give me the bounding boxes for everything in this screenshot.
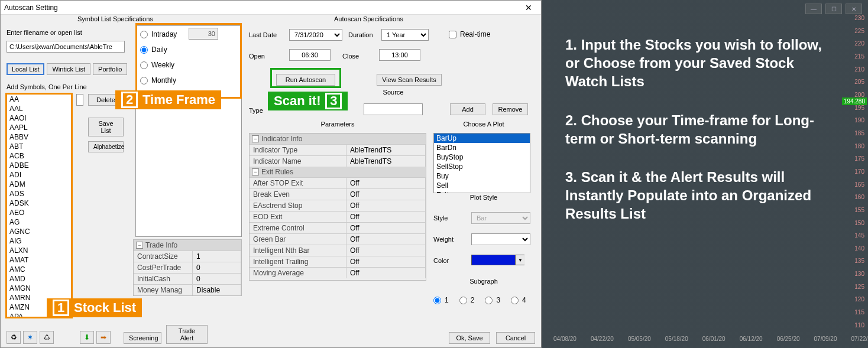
instruction-step-1: 1. Input the Stocks you wish to follow, … bbox=[565, 35, 833, 91]
color-picker[interactable] bbox=[471, 255, 524, 265]
ok-save-button[interactable]: Ok, Save bbox=[449, 332, 490, 344]
property-row[interactable]: Green BarOff bbox=[250, 233, 426, 245]
property-row[interactable]: Break EvenOff bbox=[250, 188, 426, 200]
list-item[interactable]: ADM bbox=[7, 180, 71, 189]
list-item[interactable]: ALXN bbox=[7, 246, 71, 255]
view-results-button[interactable]: View Scan Results bbox=[377, 74, 442, 86]
parameters-grid[interactable]: −Indicator Info Indicator TypeAbleTrendT… bbox=[249, 133, 426, 281]
property-row[interactable]: EAsctrend StopOff bbox=[250, 200, 426, 211]
weekly-radio[interactable]: Weekly bbox=[140, 61, 177, 69]
last-date-select[interactable]: 7/31/2020 bbox=[289, 29, 342, 41]
symbol-listbox[interactable]: AAAALAAOIAAPLABBVABTACBADBEADIADMADSADSK… bbox=[7, 94, 72, 317]
trade-alert-button[interactable]: Trade Alert bbox=[166, 325, 208, 344]
list-item[interactable]: BarDn bbox=[434, 143, 530, 152]
property-row[interactable]: After STOP ExitOff bbox=[250, 177, 426, 188]
portfolio-button[interactable]: Portfolio bbox=[93, 63, 127, 75]
list-item[interactable]: AMD bbox=[7, 274, 71, 284]
subgraph-radio[interactable]: 3 bbox=[485, 296, 500, 304]
wintick-list-button[interactable]: Wintick List bbox=[47, 63, 90, 75]
recycle-icon[interactable]: ♺ bbox=[40, 331, 54, 344]
run-autoscan-button[interactable]: Run Autoscan bbox=[276, 74, 335, 86]
color-label: Color bbox=[433, 257, 449, 264]
list-item[interactable]: ACB bbox=[7, 151, 71, 161]
list-item[interactable]: BarUp bbox=[434, 134, 530, 143]
list-item[interactable]: AAPL bbox=[7, 123, 71, 132]
list-item[interactable]: ADS bbox=[7, 189, 71, 199]
list-item[interactable]: ABT bbox=[7, 142, 71, 151]
save-list-button[interactable]: Save List bbox=[88, 118, 124, 136]
chart-background-panel: — ☐ ✕ 194.280 23022522021521020520019519… bbox=[542, 0, 868, 348]
list-item[interactable]: ABBV bbox=[7, 132, 71, 142]
collapse-icon[interactable]: − bbox=[136, 242, 143, 249]
list-item[interactable]: AAL bbox=[7, 104, 71, 113]
list-item[interactable]: AG bbox=[7, 217, 71, 227]
source-remove-button[interactable]: Remove bbox=[493, 103, 528, 115]
list-item[interactable]: AGNC bbox=[7, 227, 71, 236]
weight-label: Weight bbox=[433, 236, 454, 243]
cancel-button[interactable]: Cancel bbox=[496, 332, 535, 344]
property-row[interactable]: Moving AverageOff bbox=[250, 267, 426, 278]
property-row[interactable]: Money ManagDisable bbox=[134, 284, 241, 295]
property-row[interactable]: Intelligent TrailingOff bbox=[250, 256, 426, 267]
list-item[interactable]: BuyStop bbox=[434, 152, 530, 162]
list-item[interactable]: AEO bbox=[7, 208, 71, 217]
daily-radio[interactable]: Daily bbox=[140, 45, 177, 54]
open-input[interactable] bbox=[289, 49, 331, 61]
duration-select[interactable]: 1 Year bbox=[381, 29, 429, 41]
symbol-input[interactable] bbox=[76, 94, 83, 106]
close-icon[interactable]: ✕ bbox=[520, 3, 537, 12]
trade-info-grid[interactable]: −Trade Info ContractSize1CostPerTrade0In… bbox=[133, 239, 242, 296]
list-item[interactable]: AA bbox=[7, 95, 71, 104]
autoscan-legend: Autoscan Specifications bbox=[332, 15, 406, 22]
collapse-icon[interactable]: − bbox=[252, 168, 259, 175]
property-row[interactable]: CostPerTrade0 bbox=[134, 262, 241, 273]
local-list-button[interactable]: Local List bbox=[7, 63, 44, 75]
annotation-stock-list: 1Stock List bbox=[47, 298, 142, 317]
list-item[interactable]: ADBE bbox=[7, 161, 71, 170]
realtime-checkbox[interactable]: Real-time bbox=[449, 30, 490, 38]
refresh-icon[interactable]: ♻ bbox=[7, 331, 21, 344]
annotation-time-frame: 2Time Frame bbox=[115, 90, 221, 109]
list-item[interactable]: AMAT bbox=[7, 255, 71, 265]
list-item[interactable]: ADI bbox=[7, 170, 71, 180]
weight-select[interactable] bbox=[471, 233, 530, 245]
last-date-label: Last Date bbox=[249, 31, 277, 38]
screening-button[interactable]: Screening bbox=[124, 332, 161, 344]
export-icon[interactable]: ➡ bbox=[96, 331, 111, 344]
sync-icon[interactable]: ✶ bbox=[23, 331, 37, 344]
list-item[interactable]: Sell bbox=[434, 181, 530, 190]
property-row[interactable]: Extreme ControlOff bbox=[250, 222, 426, 233]
minimize-icon[interactable]: — bbox=[805, 4, 822, 14]
list-item[interactable]: ADSK bbox=[7, 199, 71, 208]
property-row[interactable]: InitialCash0 bbox=[134, 273, 241, 284]
close-window-icon[interactable]: ✕ bbox=[846, 4, 862, 14]
property-row[interactable]: Indicator TypeAbleTrendTS bbox=[250, 144, 426, 155]
alphabetize-button[interactable]: Alphabetize bbox=[88, 141, 124, 152]
property-row[interactable]: Indicator NameAbleTrendTS bbox=[250, 155, 426, 167]
collapse-icon[interactable]: − bbox=[252, 135, 259, 142]
list-item[interactable]: Exit bbox=[434, 190, 530, 193]
maximize-icon[interactable]: ☐ bbox=[825, 4, 842, 14]
subgraph-radio[interactable]: 4 bbox=[511, 296, 526, 304]
list-item[interactable]: AMGN bbox=[7, 284, 71, 293]
source-add-button[interactable]: Add bbox=[450, 103, 485, 115]
list-item[interactable]: AAOI bbox=[7, 113, 71, 123]
property-row[interactable]: Intelligent Nth BarOff bbox=[250, 245, 426, 256]
filename-input[interactable] bbox=[7, 41, 125, 53]
list-item[interactable]: AIG bbox=[7, 236, 71, 246]
monthly-radio[interactable]: Monthly bbox=[140, 76, 177, 84]
property-row[interactable]: ContractSize1 bbox=[134, 251, 241, 262]
property-row[interactable]: EOD ExitOff bbox=[250, 211, 426, 222]
import-icon[interactable]: ⬇ bbox=[80, 331, 94, 344]
parameters-legend: Parameters bbox=[319, 121, 357, 128]
subgraph-radio[interactable]: 1 bbox=[433, 296, 449, 304]
list-item[interactable]: AMC bbox=[7, 265, 71, 274]
list-item[interactable]: SellStop bbox=[434, 162, 530, 171]
subgraph-radio[interactable]: 2 bbox=[459, 296, 475, 304]
source-input[interactable] bbox=[364, 103, 423, 115]
source-legend: Source bbox=[381, 89, 406, 96]
intraday-radio[interactable]: Intraday bbox=[140, 30, 177, 38]
list-item[interactable]: Buy bbox=[434, 171, 530, 181]
plot-listbox[interactable]: BarUpBarDnBuyStopSellStopBuySellExit bbox=[433, 133, 530, 193]
close-input[interactable] bbox=[379, 49, 420, 61]
